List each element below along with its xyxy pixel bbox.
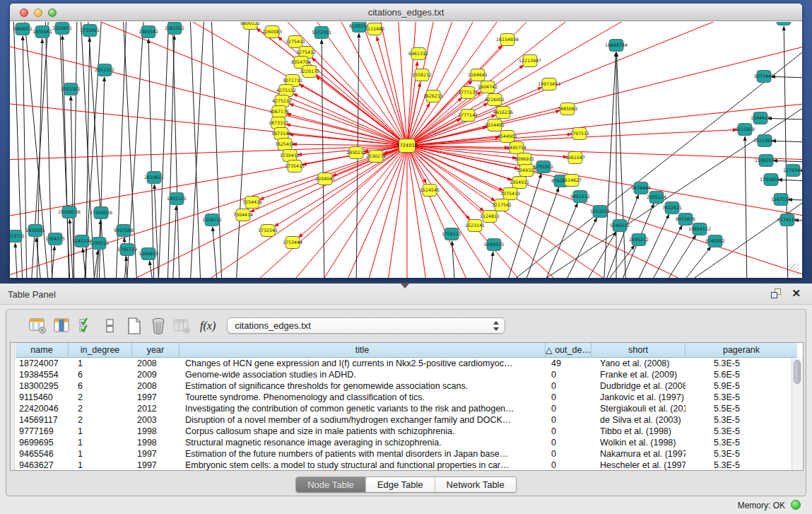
row-gutter: [11, 343, 15, 470]
svg-text:7304414: 7304414: [233, 212, 253, 217]
resize-grip-icon[interactable]: [788, 264, 799, 275]
svg-text:1124811: 1124811: [480, 214, 500, 218]
svg-text:17359926: 17359926: [90, 210, 112, 215]
table-row[interactable]: 946554611997Estimation of the future num…: [16, 448, 797, 460]
citation-graph[interactable]: 2064051183506120206511735991190554120610…: [10, 22, 802, 278]
svg-text:1544901: 1544901: [498, 134, 517, 139]
table-cell: 5.3E-5: [686, 392, 797, 403]
table-cell: 18724007: [16, 358, 69, 369]
svg-text:1514545: 1514545: [420, 187, 440, 192]
stacked-cells-icon[interactable]: [100, 315, 121, 337]
table-row[interactable]: 977716911998Corpus callosum shape and si…: [16, 426, 797, 437]
table-cell: 0: [546, 437, 592, 448]
table-cell: 2008: [132, 358, 180, 369]
tab-node-table[interactable]: Node Table: [296, 477, 366, 492]
table-row[interactable]: 2242004622012Investigating the contribut…: [16, 403, 797, 414]
svg-text:2064051: 2064051: [13, 26, 33, 31]
table-panel-header: Table Panel ✕: [0, 284, 812, 305]
table-cell: Franke et al. (2009): [592, 369, 686, 380]
column-header-pagerank[interactable]: pagerank: [686, 343, 797, 358]
table-cell: 9777169: [16, 426, 69, 437]
column-header-out_de[interactable]: △ out_de…: [546, 343, 592, 358]
table-row[interactable]: 1456911722003Disruption of a novel membe…: [16, 414, 797, 426]
column-header-name[interactable]: name: [16, 343, 69, 358]
select-columns-icon[interactable]: [76, 315, 97, 337]
table-row[interactable]: 946362711997Embryonic stem cells: a mode…: [16, 460, 797, 471]
svg-text:2061012: 2061012: [165, 25, 184, 30]
table-cell: 0: [546, 392, 592, 403]
svg-text:3220173: 3220173: [300, 69, 319, 74]
table-cell: Yano et al. (2008): [592, 358, 686, 369]
svg-text:1290515: 1290515: [89, 240, 109, 245]
column-header-year[interactable]: year: [132, 343, 180, 358]
table-cell: Wolkin et al. (1998): [592, 437, 686, 448]
table-cell: 5.3E-5: [686, 448, 797, 460]
column-header-title[interactable]: title: [180, 343, 546, 358]
svg-text:1695212: 1695212: [629, 237, 649, 242]
svg-text:1495754: 1495754: [507, 145, 526, 150]
table-cell: Changes of HCN gene expression and I(f) …: [180, 358, 546, 369]
table-cell: 5.3E-5: [686, 358, 797, 369]
table-selector-dropdown[interactable]: citations_edges.txt: [227, 317, 505, 334]
table-cell: Corpus callosum shape and size in male p…: [180, 426, 546, 437]
table-options-icon[interactable]: [28, 315, 49, 337]
table-cell: 0: [546, 460, 592, 471]
svg-text:9245013: 9245013: [484, 242, 504, 247]
svg-text:1275411: 1275411: [286, 39, 305, 44]
svg-text:1732541: 1732541: [258, 228, 278, 233]
column-header-short[interactable]: short: [592, 343, 686, 358]
svg-text:6774111: 6774111: [777, 217, 797, 222]
table-row[interactable]: 1830029562008Estimation of significance …: [16, 380, 797, 392]
svg-text:1115480: 1115480: [365, 26, 384, 31]
scrollbar-thumb[interactable]: [794, 360, 801, 384]
svg-text:1735415: 1735415: [285, 163, 305, 168]
svg-text:1795723: 1795723: [117, 247, 137, 252]
table-cell: 9465546: [16, 448, 69, 460]
tab-edge-table[interactable]: Edge Table: [366, 477, 435, 492]
svg-text:1167531: 1167531: [771, 197, 791, 201]
new-table-icon[interactable]: [124, 315, 145, 337]
svg-text:1835051: 1835051: [25, 228, 45, 233]
table-cell: 2: [69, 414, 132, 426]
table-cell: 1: [69, 358, 132, 369]
table-cell: de Silva et al. (2003): [592, 414, 686, 426]
delete-rows-trash-icon[interactable]: [148, 315, 169, 337]
vertical-scrollbar[interactable]: [792, 358, 802, 470]
svg-text:9245052: 9245052: [705, 238, 725, 243]
svg-text:9451112: 9451112: [570, 194, 590, 199]
svg-text:7625410: 7625410: [275, 141, 295, 146]
table-row[interactable]: 1938455462009Genome-wide association stu…: [16, 369, 797, 380]
column-header-in_degree[interactable]: in_degree: [69, 343, 132, 358]
table-row[interactable]: 969969511998Structural magnetic resonanc…: [16, 437, 797, 448]
svg-text:1164641: 1164641: [468, 72, 488, 77]
svg-text:1777141: 1777141: [458, 112, 478, 117]
svg-text:7485063: 7485063: [558, 106, 577, 111]
status-bar: Memory: OK: [0, 496, 812, 514]
close-panel-icon[interactable]: ✕: [792, 287, 801, 300]
table-cell: 1997: [132, 448, 180, 460]
svg-text:1735991: 1735991: [80, 28, 100, 33]
memory-ok-indicator-icon: [791, 500, 801, 510]
table-cell: Tibbo et al. (1998): [592, 426, 686, 437]
svg-text:1270341: 1270341: [783, 168, 802, 173]
float-panel-icon[interactable]: [771, 288, 782, 300]
network-canvas[interactable]: 2064051183506120206511735991190554120610…: [10, 22, 802, 278]
svg-text:2935114: 2935114: [647, 194, 666, 199]
table-row[interactable]: 911546021997Tourette syndrome. Phenomeno…: [16, 392, 797, 403]
svg-text:3913751: 3913751: [10, 233, 25, 238]
svg-text:2204041: 2204041: [315, 176, 335, 181]
svg-text:9097588: 9097588: [114, 228, 134, 233]
window-titlebar[interactable]: citations_edges.txt: [10, 4, 802, 21]
table-cell: 0: [546, 448, 592, 460]
splitter-handle-icon[interactable]: [400, 283, 410, 288]
table-tabs: Node TableEdge TableNetwork Table: [6, 477, 806, 493]
table-cell: 2008: [132, 380, 180, 392]
table-cell: 9463627: [16, 460, 69, 471]
tab-network-table[interactable]: Network Table: [435, 477, 516, 492]
function-builder-icon[interactable]: f(x): [200, 320, 216, 332]
svg-text:2651312: 2651312: [95, 67, 114, 72]
svg-text:1244413: 1244413: [751, 115, 770, 120]
table-cell: 5.5E-5: [686, 403, 797, 414]
table-row[interactable]: 1872400712008Changes of HCN gene express…: [16, 358, 797, 369]
column-visibility-icon[interactable]: [52, 315, 73, 337]
